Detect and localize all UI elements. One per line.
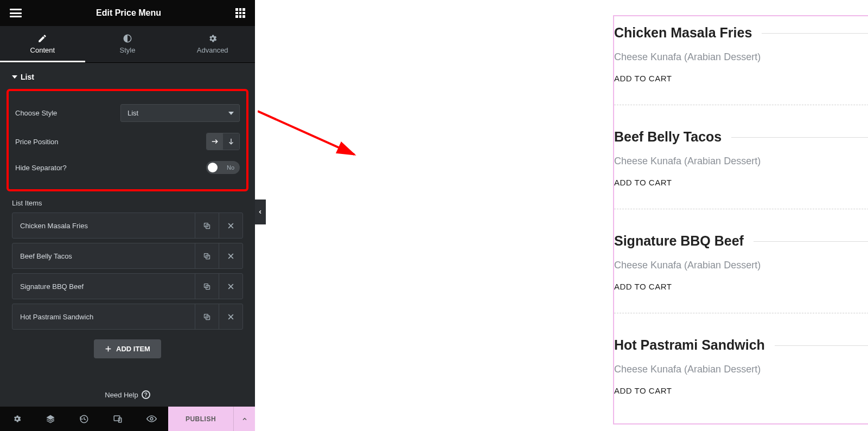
add-to-cart-link[interactable]: ADD TO CART bbox=[614, 386, 868, 395]
add-to-cart-link[interactable]: ADD TO CART bbox=[614, 74, 868, 83]
arrow-down-icon bbox=[227, 137, 235, 146]
price-position-right[interactable] bbox=[207, 133, 223, 150]
chevron-up-icon bbox=[241, 416, 248, 422]
menu-item-title: Hot Pastrami Sandwich bbox=[614, 337, 765, 353]
annotation-arrow bbox=[258, 100, 366, 171]
collapse-sidebar-handle[interactable] bbox=[255, 200, 266, 224]
control-choose-style: Choose Style List bbox=[15, 99, 240, 127]
menu-item-title: Chicken Masala Fries bbox=[614, 25, 752, 41]
chevron-down-icon bbox=[228, 112, 234, 115]
tab-content[interactable]: Content bbox=[0, 26, 85, 62]
chevron-left-icon bbox=[258, 209, 263, 215]
price-position-down[interactable] bbox=[223, 133, 239, 150]
remove-button[interactable] bbox=[219, 243, 242, 268]
add-to-cart-link[interactable]: ADD TO CART bbox=[614, 282, 868, 291]
pencil-icon bbox=[37, 34, 47, 43]
panel-body: List Choose Style List Price Position bbox=[0, 63, 255, 383]
contrast-icon bbox=[123, 34, 132, 43]
menu-item-description: Cheese Kunafa (Arabian Dessert) bbox=[614, 260, 868, 271]
menu-item-separator bbox=[762, 33, 868, 34]
close-icon bbox=[227, 283, 234, 290]
duplicate-button[interactable] bbox=[195, 274, 219, 299]
menu-icon[interactable] bbox=[10, 9, 22, 17]
add-item-button[interactable]: ADD ITEM bbox=[94, 339, 161, 358]
remove-button[interactable] bbox=[219, 274, 242, 299]
duplicate-button[interactable] bbox=[195, 213, 219, 238]
close-icon bbox=[227, 313, 234, 320]
panel-title: Edit Price Menu bbox=[22, 8, 235, 18]
footer-preview-button[interactable] bbox=[135, 407, 168, 431]
section-title: List bbox=[21, 73, 34, 81]
menu-item-title: Signature BBQ Beef bbox=[614, 233, 744, 249]
footer-history-button[interactable] bbox=[67, 407, 101, 431]
need-help-label: Need Help bbox=[105, 391, 138, 399]
help-icon: ? bbox=[142, 390, 150, 399]
menu-item-description: Cheese Kunafa (Arabian Dessert) bbox=[614, 364, 868, 375]
footer-responsive-button[interactable] bbox=[101, 407, 135, 431]
menu-item-description: Cheese Kunafa (Arabian Dessert) bbox=[614, 156, 868, 167]
repeater-item: Beef Belly Tacos bbox=[12, 243, 243, 269]
preview-canvas: Chicken Masala Fries $12.48 Cheese Kunaf… bbox=[255, 0, 868, 431]
repeater-list: Chicken Masala Fries Beef Belly Tacos Si… bbox=[5, 213, 250, 330]
repeater-item-title[interactable]: Hot Pastrami Sandwich bbox=[12, 305, 195, 329]
copy-icon bbox=[203, 313, 211, 321]
menu-item: Chicken Masala Fries $12.48 Cheese Kunaf… bbox=[614, 16, 868, 105]
section-list-toggle[interactable]: List bbox=[5, 63, 250, 89]
repeater-item: Chicken Masala Fries bbox=[12, 213, 243, 239]
price-position-label: Price Position bbox=[15, 138, 58, 146]
menu-item-separator bbox=[775, 345, 868, 346]
sidebar-footer: PUBLISH bbox=[0, 407, 255, 431]
menu-item-description: Cheese Kunafa (Arabian Dessert) bbox=[614, 52, 868, 63]
copy-icon bbox=[203, 252, 211, 260]
menu-item-separator bbox=[754, 241, 868, 242]
choose-style-value: List bbox=[127, 109, 138, 117]
publish-button[interactable]: PUBLISH bbox=[168, 407, 233, 431]
publish-group: PUBLISH bbox=[168, 407, 255, 431]
repeater-item-title[interactable]: Signature BBQ Beef bbox=[12, 275, 195, 298]
copy-icon bbox=[203, 282, 211, 291]
arrow-right-icon bbox=[210, 138, 219, 145]
gear-icon bbox=[208, 34, 218, 43]
close-icon bbox=[227, 253, 234, 260]
menu-item: Hot Pastrami Sandwich $12.48 Cheese Kuna… bbox=[614, 329, 868, 417]
copy-icon bbox=[203, 222, 211, 230]
remove-button[interactable] bbox=[219, 213, 242, 238]
price-position-buttons bbox=[206, 133, 240, 150]
menu-item-title: Beef Belly Tacos bbox=[614, 129, 722, 145]
devices-icon bbox=[113, 414, 123, 424]
widgets-grid-icon[interactable] bbox=[235, 8, 245, 18]
publish-options-button[interactable] bbox=[233, 407, 255, 431]
tab-advanced-label: Advanced bbox=[197, 46, 228, 54]
editor-sidebar: Edit Price Menu Content Style Advanced L… bbox=[0, 0, 255, 431]
control-hide-separator: Hide Separator? No bbox=[15, 156, 240, 179]
tab-style[interactable]: Style bbox=[85, 26, 170, 62]
repeater-item-title[interactable]: Beef Belly Tacos bbox=[12, 245, 195, 268]
layers-icon bbox=[46, 414, 55, 424]
highlighted-controls: Choose Style List Price Position bbox=[7, 89, 248, 191]
toggle-knob bbox=[208, 163, 218, 172]
close-icon bbox=[227, 222, 234, 229]
widget-preview[interactable]: Chicken Masala Fries $12.48 Cheese Kunaf… bbox=[613, 15, 868, 424]
tab-advanced[interactable]: Advanced bbox=[170, 26, 255, 62]
choose-style-label: Choose Style bbox=[15, 109, 57, 117]
control-price-position: Price Position bbox=[15, 127, 240, 156]
tab-content-label: Content bbox=[30, 46, 55, 54]
caret-down-icon bbox=[12, 75, 17, 79]
footer-navigator-button[interactable] bbox=[34, 407, 67, 431]
repeater-item-title[interactable]: Chicken Masala Fries bbox=[12, 214, 195, 237]
svg-point-22 bbox=[150, 417, 153, 420]
add-item-label: ADD ITEM bbox=[116, 345, 150, 353]
need-help-link[interactable]: Need Help ? bbox=[0, 383, 255, 407]
hide-separator-toggle[interactable]: No bbox=[206, 161, 240, 174]
duplicate-button[interactable] bbox=[195, 304, 219, 329]
list-items-label: List Items bbox=[5, 197, 250, 213]
menu-item: Beef Belly Tacos $12.48 Cheese Kunafa (A… bbox=[614, 120, 868, 209]
repeater-item: Signature BBQ Beef bbox=[12, 273, 243, 299]
add-to-cart-link[interactable]: ADD TO CART bbox=[614, 178, 868, 187]
choose-style-select[interactable]: List bbox=[120, 104, 240, 122]
footer-settings-button[interactable] bbox=[0, 407, 34, 431]
svg-line-23 bbox=[258, 111, 354, 155]
duplicate-button[interactable] bbox=[195, 243, 219, 268]
gear-icon bbox=[12, 414, 22, 423]
remove-button[interactable] bbox=[219, 304, 242, 329]
